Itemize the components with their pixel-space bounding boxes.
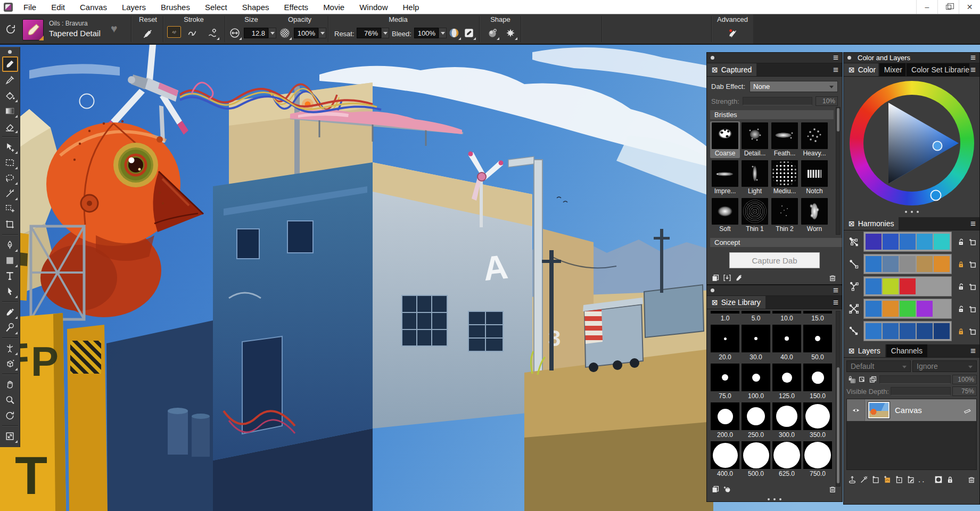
tab-captured[interactable]: ⊠ Captured [707,63,756,76]
harmony-swatch[interactable] [883,301,899,317]
menu-select[interactable]: Select [197,0,235,14]
add-swatch-icon[interactable] [968,304,977,314]
delete-size-icon[interactable] [827,484,837,494]
layer-opacity-slider[interactable] [879,375,951,384]
harmony-swatch-strip[interactable] [863,232,952,252]
harmony-swatch[interactable] [934,256,950,272]
layer-commands-icon[interactable] [859,474,869,484]
pen-tool[interactable] [2,238,18,252]
harmony-swatch[interactable] [883,278,899,294]
copy-size-icon[interactable] [710,484,720,494]
lock-open-icon[interactable] [957,237,966,246]
size-item-75.0[interactable]: 75.0 [710,363,740,402]
size-item-750.0[interactable]: 750.0 [802,441,833,480]
harmony-swatch[interactable] [934,301,950,317]
advanced-brush-icon[interactable] [726,26,739,40]
size-item-125.0[interactable]: 125.0 [771,363,802,402]
dab-effect-select[interactable]: None [750,81,838,92]
dab-preview-icon[interactable] [462,26,476,40]
harmony-swatch[interactable] [934,323,950,339]
brush-tool[interactable] [2,56,18,72]
bristle-dab-coarse[interactable]: Coarse [710,121,740,158]
perspective-guides-tool[interactable] [2,357,18,371]
duplicate-layer-icon[interactable] [905,474,916,484]
gradient-tool[interactable] [2,104,18,118]
reset-brush-icon[interactable] [141,27,154,41]
delete-layer-icon[interactable] [966,474,976,484]
layer-adjuster-tool[interactable] [2,140,18,154]
size-item-10.0[interactable]: 10.0 [771,310,802,324]
harmony-swatch[interactable] [883,256,899,272]
layer-mask-icon[interactable] [933,474,943,484]
selection-adjuster-tool[interactable] [2,202,18,216]
add-swatch-icon[interactable] [968,282,977,291]
new-size-icon[interactable] [722,484,732,494]
size-icon[interactable] [228,26,242,40]
tab-channels[interactable]: Channels [886,344,927,357]
size-item-15.0[interactable]: 15.0 [802,310,833,324]
dropper-tool[interactable] [2,73,18,87]
shape-selection-tool[interactable] [2,284,18,299]
harmony-swatch[interactable] [866,323,882,339]
delete-dab-icon[interactable] [827,273,837,283]
size-item-5.0[interactable]: 5.0 [740,310,771,324]
paint-bucket-tool[interactable] [2,88,18,103]
visible-depth-slider[interactable] [891,387,951,395]
restore-icon[interactable] [937,0,959,14]
bristles-scrollbar[interactable] [836,107,841,235]
bristle-dab-impre-[interactable]: Impre... [710,159,740,196]
new-layer-icon[interactable] [870,474,880,484]
harmony-swatch[interactable] [866,278,882,294]
text-tool[interactable] [2,269,18,283]
panel-resize-dots[interactable] [844,211,979,213]
bristle-dab-feath-[interactable]: Feath... [770,121,800,158]
tab-close-icon[interactable]: ⊠ [849,219,855,228]
size-item-500.0[interactable]: 500.0 [740,441,771,480]
bristle-dab-light[interactable]: Light [740,159,770,196]
menu-effects[interactable]: Effects [277,0,316,14]
menu-file[interactable]: File [16,0,44,14]
tab-mixer[interactable]: Mixer [879,63,905,76]
bristle-dab-mediu-[interactable]: Mediu... [770,159,800,196]
copy-dab-icon[interactable] [710,273,720,283]
rotate-page-tool[interactable] [2,408,18,423]
menu-shapes[interactable]: Shapes [235,0,277,14]
lock-open-icon[interactable] [957,304,966,314]
harmony-swatch[interactable] [900,278,916,294]
harmony-swatch-strip[interactable] [863,254,952,274]
menu-canvas[interactable]: Canvas [72,0,114,14]
size-item-250.0[interactable]: 250.0 [740,402,771,441]
opacity-value[interactable]: 100% [294,28,318,38]
brush-selector[interactable] [22,19,44,40]
harmony-swatch[interactable] [883,234,899,250]
dynamic-plugins-icon[interactable] [847,474,857,484]
bleed-dropdown-icon[interactable] [439,28,447,38]
harmony-swatch[interactable] [900,301,916,317]
panel-grip-icon[interactable] [847,56,851,60]
size-item-30.0[interactable]: 30.0 [740,324,771,363]
add-swatch-icon[interactable] [968,326,977,336]
bristle-dab-soft[interactable]: Soft [710,197,740,234]
import-dab-icon[interactable] [722,273,732,283]
capture-dab-button[interactable]: Capture Dab [729,252,820,268]
captured-titlebar[interactable]: ≡ [707,53,842,63]
size-item-50.0[interactable]: 50.0 [802,324,833,363]
size-library-titlebar[interactable]: ≡ [707,285,842,296]
harmony-swatch[interactable] [866,301,882,317]
grabber-tool[interactable] [2,377,18,392]
layer-blend-select[interactable]: Default [846,360,911,372]
size-item-40.0[interactable]: 40.0 [771,324,802,363]
lock-transparency-icon[interactable] [846,374,857,384]
size-item-625.0[interactable]: 625.0 [771,441,802,480]
crop-tool[interactable] [2,217,18,232]
bristle-dab-thin-2[interactable]: Thin 2 [770,197,800,234]
pickup-underlying-icon[interactable] [857,374,867,384]
layers-options-icon[interactable]: ≡ [970,344,979,357]
opacity-icon[interactable] [278,26,292,40]
lock-open-icon[interactable] [957,282,966,291]
layer-row-canvas[interactable]: Canvas [847,399,976,421]
tab-close-icon[interactable]: ⊠ [712,298,718,307]
menu-window[interactable]: Window [352,0,395,14]
resat-dropdown-icon[interactable] [381,28,389,38]
size-item-400.0[interactable]: 400.0 [710,441,740,480]
